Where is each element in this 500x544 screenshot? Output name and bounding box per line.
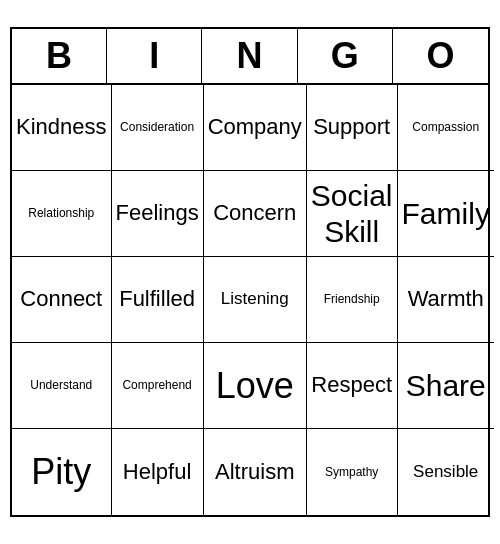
bingo-cell: Love	[204, 343, 307, 429]
cell-label: Feelings	[116, 200, 199, 226]
bingo-cell: Share	[398, 343, 494, 429]
bingo-header-letter: G	[298, 29, 393, 83]
cell-label: Listening	[221, 289, 289, 309]
bingo-cell: Consideration	[112, 85, 204, 171]
cell-label: Friendship	[324, 292, 380, 306]
cell-label: Fulfilled	[119, 286, 195, 312]
bingo-cell: Fulfilled	[112, 257, 204, 343]
bingo-cell: Support	[307, 85, 398, 171]
bingo-header-letter: I	[107, 29, 202, 83]
bingo-card: BINGO KindnessConsiderationCompanySuppor…	[10, 27, 490, 517]
bingo-cell: Sensible	[398, 429, 494, 515]
cell-label: Share	[406, 368, 486, 404]
bingo-cell: Sympathy	[307, 429, 398, 515]
bingo-header-letter: N	[202, 29, 297, 83]
bingo-cell: Pity	[12, 429, 112, 515]
bingo-cell: Helpful	[112, 429, 204, 515]
bingo-cell: Warmth	[398, 257, 494, 343]
cell-label: Connect	[20, 286, 102, 312]
cell-label: Consideration	[120, 120, 194, 134]
bingo-header-letter: O	[393, 29, 488, 83]
bingo-cell: Comprehend	[112, 343, 204, 429]
cell-label: Relationship	[28, 206, 94, 220]
bingo-cell: Feelings	[112, 171, 204, 257]
cell-label: Respect	[311, 372, 392, 398]
bingo-cell: Understand	[12, 343, 112, 429]
bingo-cell: Relationship	[12, 171, 112, 257]
cell-label: Warmth	[408, 286, 484, 312]
bingo-cell: SocialSkill	[307, 171, 398, 257]
cell-label: Support	[313, 114, 390, 140]
cell-label: Love	[216, 364, 294, 407]
bingo-cell: Altruism	[204, 429, 307, 515]
bingo-cell: Compassion	[398, 85, 494, 171]
bingo-cell: Listening	[204, 257, 307, 343]
bingo-cell: Kindness	[12, 85, 112, 171]
cell-label: Understand	[30, 378, 92, 392]
cell-label: Sympathy	[325, 465, 378, 479]
bingo-cell: Concern	[204, 171, 307, 257]
cell-label: Sensible	[413, 462, 478, 482]
cell-label: SocialSkill	[311, 178, 393, 250]
cell-label: Pity	[31, 450, 91, 493]
bingo-cell: Connect	[12, 257, 112, 343]
bingo-header-letter: B	[12, 29, 107, 83]
cell-label: Altruism	[215, 459, 294, 485]
bingo-cell: Respect	[307, 343, 398, 429]
bingo-cell: Company	[204, 85, 307, 171]
cell-label: Kindness	[16, 114, 107, 140]
cell-label: Helpful	[123, 459, 191, 485]
cell-label: Concern	[213, 200, 296, 226]
cell-label: Compassion	[412, 120, 479, 134]
cell-label: Family	[402, 196, 490, 232]
cell-label: Company	[208, 114, 302, 140]
bingo-header: BINGO	[12, 29, 488, 85]
bingo-cell: Family	[398, 171, 494, 257]
bingo-grid: KindnessConsiderationCompanySupportCompa…	[12, 85, 488, 515]
bingo-cell: Friendship	[307, 257, 398, 343]
cell-label: Comprehend	[122, 378, 191, 392]
